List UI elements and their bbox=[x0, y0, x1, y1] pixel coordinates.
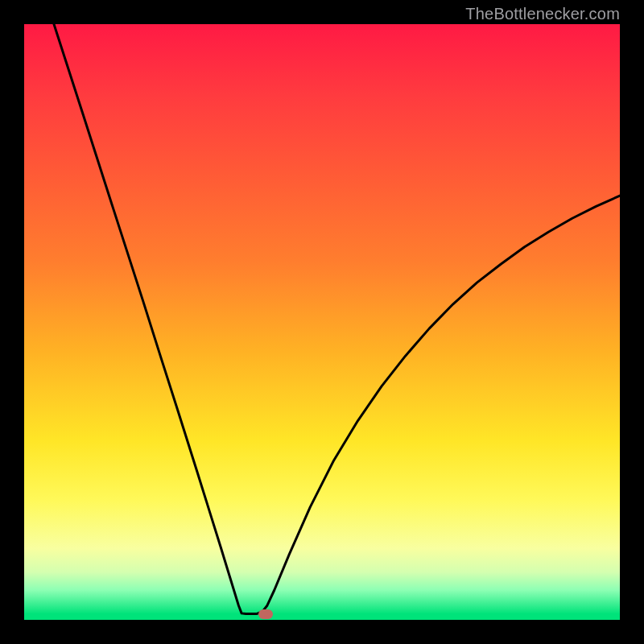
plot-area bbox=[24, 24, 620, 620]
bottleneck-curve bbox=[54, 24, 620, 614]
watermark-text: TheBottlenecker.com bbox=[465, 5, 620, 23]
chart-frame: TheBottlenecker.com bbox=[0, 0, 644, 644]
curve-svg bbox=[24, 24, 620, 620]
minimum-marker bbox=[258, 609, 273, 619]
